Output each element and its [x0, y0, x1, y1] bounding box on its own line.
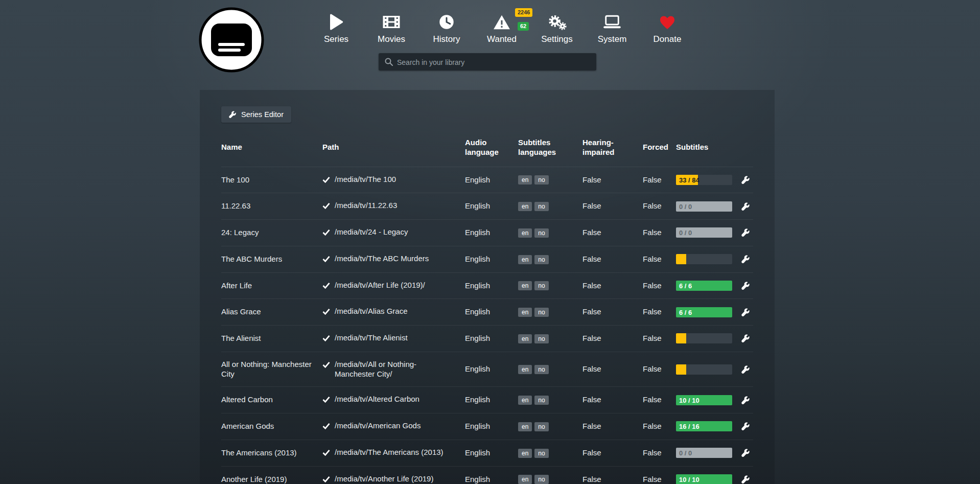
nav-label: Donate: [654, 34, 682, 44]
wrench-icon: [741, 176, 750, 184]
table-row: Another Life (2019) /media/tv/Another Li…: [221, 466, 753, 484]
nav-label: Settings: [541, 34, 572, 44]
table-row: Alias Grace /media/tv/Alias Grace Englis…: [221, 298, 753, 325]
forced-value: False: [643, 201, 676, 211]
edit-series-button[interactable]: [740, 307, 751, 317]
subtitles-progress-bar: 0 / 0: [676, 227, 732, 238]
hearing-impaired-value: False: [582, 334, 643, 343]
series-name-link[interactable]: The Americans (2013): [221, 448, 322, 458]
subtitles-languages-cell: enno: [518, 201, 582, 211]
table-row: 11.22.63 /media/tv/11.22.63 English enno…: [221, 193, 753, 219]
edit-series-button[interactable]: [740, 421, 751, 431]
language-badge: en: [518, 449, 532, 458]
series-path-cell: /media/tv/The 100: [322, 175, 465, 186]
language-badge: no: [534, 396, 548, 405]
table-row: The Americans (2013) /media/tv/The Ameri…: [221, 440, 753, 466]
series-name-link[interactable]: Altered Carbon: [221, 395, 322, 405]
check-icon: [322, 475, 330, 484]
table-body: The 100 /media/tv/The 100 English enno F…: [221, 167, 753, 484]
check-icon: [322, 228, 330, 238]
language-badge: en: [518, 475, 532, 484]
edit-series-button[interactable]: [740, 364, 751, 375]
check-icon: [322, 449, 330, 458]
language-badge: no: [534, 202, 548, 211]
nav-item-series[interactable]: Series: [309, 10, 364, 44]
forced-value: False: [643, 334, 676, 343]
subtitles-languages-cell: enno: [518, 448, 582, 458]
forced-value: False: [643, 281, 676, 291]
series-editor-button[interactable]: Series Editor: [221, 106, 291, 123]
series-name-link[interactable]: The Alienist: [221, 334, 322, 343]
series-name-link[interactable]: The 100: [221, 175, 322, 185]
nav-label: Series: [324, 34, 348, 44]
nav-label: Wanted: [487, 34, 517, 44]
edit-series-button[interactable]: [740, 448, 751, 458]
laptop-icon: [602, 10, 622, 34]
col-header-path: Path: [322, 143, 465, 152]
hearing-impaired-value: False: [582, 281, 643, 291]
audio-language-value: English: [465, 228, 518, 238]
subtitles-progress-bar: [676, 254, 732, 264]
nav-item-system[interactable]: System: [585, 10, 640, 44]
series-name-link[interactable]: 11.22.63: [221, 201, 322, 211]
table-row: 24: Legacy /media/tv/24 - Legacy English…: [221, 219, 753, 246]
edit-series-button[interactable]: [740, 281, 751, 291]
subtitles-progress-bar: 33 / 84: [676, 175, 732, 185]
subtitles-languages-cell: enno: [518, 334, 582, 343]
progress-label: 6 / 6: [679, 282, 692, 289]
series-path-cell: /media/tv/The ABC Murders: [322, 254, 465, 265]
series-path: /media/tv/The 100: [335, 175, 396, 185]
clock-icon: [438, 10, 455, 34]
audio-language-value: English: [465, 475, 518, 484]
edit-series-button[interactable]: [740, 175, 751, 185]
audio-language-value: English: [465, 448, 518, 458]
series-path-cell: /media/tv/24 - Legacy: [322, 227, 465, 238]
subtitles-languages-cell: enno: [518, 364, 582, 374]
edit-series-button[interactable]: [740, 474, 751, 484]
series-name-link[interactable]: American Gods: [221, 422, 322, 431]
edit-series-button[interactable]: [740, 333, 751, 343]
series-path: /media/tv/24 - Legacy: [335, 227, 408, 237]
series-path-cell: /media/tv/The Alienist: [322, 333, 465, 344]
table-row: Altered Carbon /media/tv/Altered Carbon …: [221, 386, 753, 413]
edit-series-button[interactable]: [740, 395, 751, 405]
series-name-link[interactable]: After Life: [221, 281, 322, 291]
forced-value: False: [643, 475, 676, 484]
nav-item-history[interactable]: History: [419, 10, 474, 44]
progress-fill: [676, 254, 686, 264]
search-input[interactable]: [396, 53, 592, 72]
series-path: /media/tv/American Gods: [335, 421, 421, 431]
subtitles-languages-cell: enno: [518, 175, 582, 185]
series-name-link[interactable]: Another Life (2019): [221, 475, 322, 484]
edit-series-button[interactable]: [740, 254, 751, 264]
progress-label: 10 / 10: [679, 476, 699, 482]
forced-value: False: [643, 175, 676, 185]
series-name-link[interactable]: All or Nothing: Manchester City: [221, 360, 322, 379]
nav-item-settings[interactable]: Settings: [529, 10, 585, 44]
language-badge: no: [534, 281, 548, 290]
series-name-link[interactable]: The ABC Murders: [221, 255, 322, 264]
table-row: After Life /media/tv/After Life (2019)/ …: [221, 272, 753, 299]
app-logo[interactable]: [199, 7, 264, 73]
table-row: The Alienist /media/tv/The Alienist Engl…: [221, 325, 753, 352]
series-name-link[interactable]: Alias Grace: [221, 307, 322, 317]
nav-item-movies[interactable]: Movies: [364, 10, 419, 44]
check-icon: [322, 255, 330, 265]
edit-series-button[interactable]: [740, 227, 751, 238]
subtitles-progress-bar: 10 / 10: [676, 395, 732, 405]
wrench-icon: [741, 228, 750, 237]
series-path: /media/tv/The ABC Murders: [335, 254, 429, 264]
subtitles-progress-bar: 6 / 6: [676, 307, 732, 317]
nav-label: System: [598, 34, 627, 44]
nav-item-donate[interactable]: Donate: [640, 10, 695, 44]
series-name-link[interactable]: 24: Legacy: [221, 228, 322, 238]
check-icon: [322, 282, 330, 291]
edit-series-button[interactable]: [740, 201, 751, 212]
col-header-audio-language: Audio language: [465, 138, 518, 157]
col-header-subtitles: Subtitles: [676, 143, 737, 152]
series-path-cell: /media/tv/Altered Carbon: [322, 395, 465, 405]
col-header-name: Name: [221, 143, 322, 152]
nav-item-wanted[interactable]: Wanted 2246 62: [474, 10, 529, 44]
table-row: The ABC Murders /media/tv/The ABC Murder…: [221, 246, 753, 272]
check-icon: [322, 176, 330, 186]
